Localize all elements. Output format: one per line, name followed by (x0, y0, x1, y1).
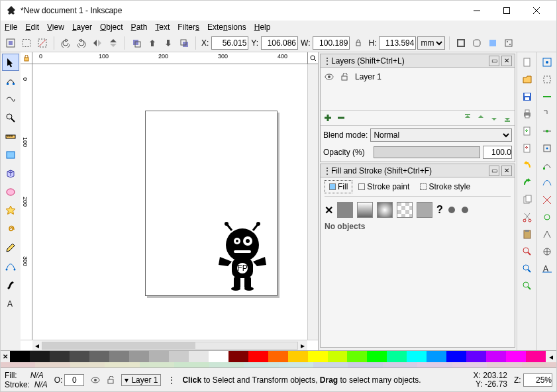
status-eye-icon[interactable] (91, 375, 100, 385)
palette-swatch[interactable] (452, 362, 487, 368)
palette-swatch[interactable] (149, 351, 169, 362)
palette-swatch[interactable] (446, 351, 466, 362)
palette-swatch[interactable] (30, 351, 50, 362)
palette-swatch[interactable] (10, 351, 30, 362)
vertical-scrollbar[interactable] (307, 64, 318, 340)
maximize-button[interactable] (491, 1, 521, 21)
panel-close-icon[interactable]: ✕ (501, 166, 512, 176)
palette-swatch[interactable] (417, 362, 452, 368)
horizontal-scrollbar[interactable]: ◂ ▸ (32, 340, 307, 350)
palette-swatch[interactable] (268, 351, 288, 362)
snap-node-icon[interactable] (540, 158, 554, 173)
opacity-input[interactable] (483, 146, 512, 159)
lower-bottom-icon[interactable] (177, 36, 191, 50)
add-layer-icon[interactable] (323, 113, 332, 122)
palette-swatch[interactable] (526, 351, 546, 362)
palette-swatch[interactable] (89, 351, 109, 362)
palette-swatch[interactable] (506, 351, 526, 362)
layer-row[interactable]: Layer 1 (325, 69, 511, 85)
canvas[interactable]: FP (32, 64, 307, 340)
robot-image[interactable]: FP (212, 219, 273, 291)
snap-bbox-icon[interactable] (540, 72, 554, 87)
palette-swatch[interactable] (466, 351, 486, 362)
zoom-fit-icon[interactable] (307, 52, 318, 64)
layer-up-icon[interactable] (476, 113, 485, 122)
import-icon[interactable] (520, 124, 534, 138)
snap-rotcenter-icon[interactable] (540, 244, 554, 259)
menu-file[interactable]: File (5, 23, 17, 32)
zoom-sel-icon[interactable] (520, 244, 534, 259)
palette-swatch[interactable] (308, 351, 328, 362)
paste-icon[interactable] (520, 227, 534, 242)
x-input[interactable] (211, 36, 248, 50)
flat-color-icon[interactable] (337, 202, 353, 218)
zoom-tool[interactable] (2, 109, 19, 126)
selector-tool[interactable] (2, 54, 19, 71)
menu-help[interactable]: Help (254, 23, 271, 32)
pattern-icon[interactable] (397, 202, 413, 218)
menu-view[interactable]: View (47, 23, 64, 32)
opacity-slider[interactable] (374, 146, 480, 158)
node-tool[interactable] (2, 72, 19, 89)
palette-swatch[interactable] (174, 362, 209, 368)
radial-grad-icon[interactable] (377, 202, 393, 218)
open-icon[interactable] (520, 72, 534, 87)
palette-swatch[interactable] (486, 351, 506, 362)
panel-minimize-icon[interactable]: ▭ (489, 56, 499, 66)
tab-fill[interactable]: Fill (325, 180, 352, 193)
h-input[interactable] (379, 36, 416, 50)
palette-swatch[interactable] (169, 351, 189, 362)
ellipse-tool[interactable] (2, 183, 19, 201)
rectangle-tool[interactable] (2, 146, 19, 164)
blend-select[interactable]: Normal (370, 128, 512, 142)
palette-swatch[interactable] (70, 362, 105, 368)
status-stroke[interactable]: N/A (34, 380, 48, 389)
status-lock-icon[interactable] (107, 376, 115, 384)
panel-grip-icon[interactable]: ⋮ (323, 56, 331, 66)
flip-v-icon[interactable] (106, 36, 121, 50)
palette-swatch[interactable] (279, 362, 313, 368)
minimize-button[interactable] (462, 1, 491, 21)
ruler-vertical[interactable]: 0 100 200 300 (21, 64, 32, 340)
star-tool[interactable] (2, 202, 19, 219)
palette-none-icon[interactable]: ✕ (1, 351, 10, 362)
remove-layer-icon[interactable] (336, 113, 346, 122)
resize-grip-icon[interactable]: ⋮ (168, 375, 176, 385)
palette-swatch[interactable] (209, 362, 244, 368)
snap-path-icon[interactable] (540, 175, 554, 190)
palette-swatch[interactable] (109, 351, 129, 362)
palette-swatch[interactable] (140, 362, 174, 368)
undo-icon[interactable] (520, 158, 534, 173)
inherit-paint-icon[interactable] (460, 205, 470, 215)
status-opacity-input[interactable] (64, 374, 84, 386)
palette-swatch[interactable] (129, 351, 149, 362)
text-tool[interactable]: A (2, 295, 19, 312)
status-fill[interactable]: N/A (30, 371, 44, 380)
panel-grip-icon[interactable]: ⋮ (323, 166, 331, 175)
snap-corner-icon[interactable] (540, 107, 554, 121)
spiral-tool[interactable] (2, 220, 19, 238)
affect-corners-icon[interactable] (470, 36, 484, 50)
panel-minimize-icon[interactable]: ▭ (489, 166, 499, 176)
snap-cusp-icon[interactable] (540, 227, 554, 242)
redo-icon[interactable] (520, 175, 534, 190)
box3d-tool[interactable] (2, 165, 19, 182)
affect-gradient-icon[interactable] (485, 36, 500, 50)
snap-intersect-icon[interactable] (540, 193, 554, 207)
tweak-tool[interactable] (2, 91, 19, 108)
palette-swatch[interactable] (407, 351, 427, 362)
palette-swatch[interactable] (248, 351, 268, 362)
select-same-icon[interactable] (19, 36, 34, 50)
rotate-cw-icon[interactable] (74, 36, 89, 50)
raise-top-icon[interactable] (129, 36, 144, 50)
palette-swatch[interactable] (288, 351, 308, 362)
palette-swatch[interactable] (522, 362, 556, 368)
layer-bottom-icon[interactable] (503, 113, 512, 122)
panel-close-icon[interactable]: ✕ (501, 56, 512, 66)
palette-swatch[interactable] (347, 351, 367, 362)
save-icon[interactable] (520, 89, 534, 104)
palette-swatch[interactable] (1, 362, 35, 368)
palette-swatch[interactable] (189, 351, 209, 362)
status-layer-select[interactable]: ▾Layer 1 (121, 374, 161, 386)
select-all-layers-icon[interactable] (3, 36, 18, 50)
